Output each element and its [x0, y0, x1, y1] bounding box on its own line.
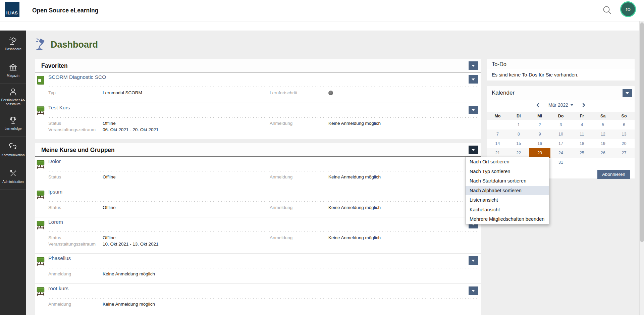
sidebar-item-dashboard[interactable]: Dashboard — [0, 31, 26, 57]
calendar-week-row: 14151617181920 — [487, 139, 635, 148]
calendar-day[interactable]: 26 — [592, 148, 613, 158]
sidebar-item-magazin[interactable]: Magazin — [0, 57, 26, 84]
calendar-day[interactable]: 21 — [487, 148, 508, 158]
list-item: Test KursStatusOfflineAnmeldungKeine Anm… — [35, 103, 481, 139]
calendar-day[interactable]: 4 — [571, 120, 592, 129]
calendar-day[interactable]: 15 — [508, 139, 529, 148]
sidebar-item-kommunikation[interactable]: Kommunikation — [0, 137, 26, 163]
detail-value — [328, 126, 466, 133]
favorites-actions-dropdown[interactable] — [469, 61, 478, 70]
calendar-actions-dropdown[interactable] — [623, 89, 632, 97]
repository-building-icon — [8, 63, 18, 72]
menu-item[interactable]: Nach Typ sortieren — [466, 167, 549, 176]
menu-item[interactable]: Kachelansicht — [466, 205, 549, 215]
calendar-month-selector[interactable]: Mär 2022 — [548, 102, 573, 108]
page-scrollbar-thumb[interactable] — [640, 22, 644, 242]
calendar-day[interactable]: 7 — [487, 129, 508, 139]
sidebar-item-arbeitsraum[interactable]: Persönlicher Ar-beitsraum — [0, 84, 26, 110]
item-title-link[interactable]: SCORM Diagnostic SCO — [48, 74, 106, 81]
item-title-link[interactable]: root kurs — [48, 285, 68, 292]
calendar-day[interactable]: 10 — [550, 129, 572, 139]
search-icon — [602, 11, 612, 16]
caret-down-icon — [472, 290, 475, 292]
calendar-day[interactable]: 16 — [529, 139, 550, 148]
item-details: StatusOfflineAnmeldungKeine Anmeldung mö… — [48, 234, 466, 247]
menu-item[interactable]: Nach Startdatum sortieren — [466, 176, 549, 186]
calendar-day[interactable]: 18 — [571, 139, 592, 148]
calendar-day — [592, 158, 613, 167]
detail-label: Lernfortschritt — [270, 90, 328, 96]
item-details: AnmeldungKeine Anmeldung möglich — [48, 271, 466, 277]
menu-item[interactable]: Mehrere Mitgliedschaften beenden — [466, 214, 549, 224]
calendar-day[interactable]: 31 — [550, 158, 572, 167]
calendar-day[interactable]: 3 — [550, 120, 572, 129]
calendar-subscribe-button[interactable]: Abonnieren — [597, 170, 630, 179]
calendar-day[interactable]: 6 — [613, 120, 635, 129]
item-title-link[interactable]: Phasellus — [48, 255, 71, 262]
item-actions-dropdown[interactable] — [469, 256, 478, 265]
calendar-day[interactable]: 22 — [508, 148, 529, 158]
item-title-link[interactable]: Test Kurs — [48, 104, 70, 111]
calendar-day[interactable]: 20 — [613, 139, 635, 148]
detail-label: Veranstaltungszeitraum — [48, 126, 103, 133]
detail-label: Status — [48, 204, 103, 211]
dotted-divider — [48, 267, 477, 268]
item-body: LoremStatusOfflineAnmeldungKeine Anmeldu… — [48, 219, 466, 247]
courses-actions-dropdown-open[interactable] — [469, 146, 478, 154]
detail-value: Lernmodul SCORM — [103, 90, 270, 96]
calendar-day[interactable]: 1 — [508, 120, 529, 129]
item-body: root kursAnmeldungKeine Anmeldung möglic… — [48, 285, 466, 307]
favorites-panel: Favoriten SCORM Diagnostic SCOTypLernmod… — [35, 59, 481, 139]
calendar-day[interactable]: 12 — [592, 129, 613, 139]
sidebar-item-label: Lernerfolge — [4, 127, 22, 131]
ilias-logo[interactable]: ILIAS — [5, 2, 19, 17]
list-item: SCORM Diagnostic SCOTypLernmodul SCORMLe… — [35, 72, 481, 103]
item-actions-dropdown[interactable] — [469, 106, 478, 114]
calendar-day[interactable]: 8 — [508, 129, 529, 139]
course-icon — [37, 106, 45, 116]
search-button[interactable] — [601, 5, 613, 16]
calendar-day — [571, 158, 592, 167]
courses-panel-header: Meine Kurse und Gruppen — [35, 143, 481, 157]
person-icon — [8, 87, 18, 97]
calendar-day[interactable]: 25 — [571, 148, 592, 158]
calendar-day[interactable]: 19 — [592, 139, 613, 148]
detail-value: 06. Okt 2021 - 20. Okt 2021 — [103, 126, 270, 133]
calendar-day[interactable]: 17 — [550, 139, 572, 148]
detail-label: Anmeldung — [270, 234, 328, 241]
calendar-day[interactable]: 5 — [592, 120, 613, 129]
calendar-prev-month-button[interactable] — [536, 103, 540, 108]
detail-label: Anmeldung — [270, 204, 328, 211]
calendar-day[interactable]: 14 — [487, 139, 508, 148]
sidebar-item-lernerfolge[interactable]: Lernerfolge — [0, 110, 26, 137]
item-actions-dropdown[interactable] — [469, 75, 478, 84]
detail-label: Anmeldung — [270, 120, 328, 126]
detail-label: Anmeldung — [270, 174, 328, 180]
calendar-next-month-button[interactable] — [582, 103, 586, 108]
item-title-link[interactable]: Dolor — [48, 158, 61, 165]
calendar-weekday: Do — [550, 112, 572, 120]
page-title: Dashboard — [51, 40, 98, 50]
menu-item[interactable]: Listenansicht — [466, 195, 549, 205]
dashboard-lamp-icon — [35, 37, 47, 51]
user-avatar[interactable]: ro — [620, 1, 636, 17]
calendar-day-selected[interactable]: 23 — [529, 148, 550, 158]
item-actions-dropdown[interactable] — [469, 286, 478, 295]
header-spacer — [0, 21, 639, 31]
menu-item[interactable]: Nach Ort sortieren — [466, 157, 549, 167]
calendar-day[interactable]: 27 — [613, 148, 635, 158]
detail-value: Offline — [103, 204, 270, 211]
calendar-day[interactable]: 9 — [529, 129, 550, 139]
calendar-day[interactable]: 11 — [571, 129, 592, 139]
sidebar-item-administration[interactable]: Administration — [0, 163, 26, 190]
list-item: LoremStatusOfflineAnmeldungKeine Anmeldu… — [35, 217, 481, 253]
detail-label — [270, 271, 328, 277]
item-title-link[interactable]: Ipsum — [48, 189, 62, 195]
calendar-day[interactable]: 24 — [550, 148, 572, 158]
calendar-panel-title: Kalender — [492, 90, 515, 96]
menu-item[interactable]: Nach Alphabet sortieren — [466, 186, 549, 196]
item-title-link[interactable]: Lorem — [48, 219, 63, 225]
scorm-module-icon — [37, 75, 45, 85]
calendar-day[interactable]: 2 — [529, 120, 550, 129]
calendar-day[interactable]: 13 — [613, 129, 635, 139]
